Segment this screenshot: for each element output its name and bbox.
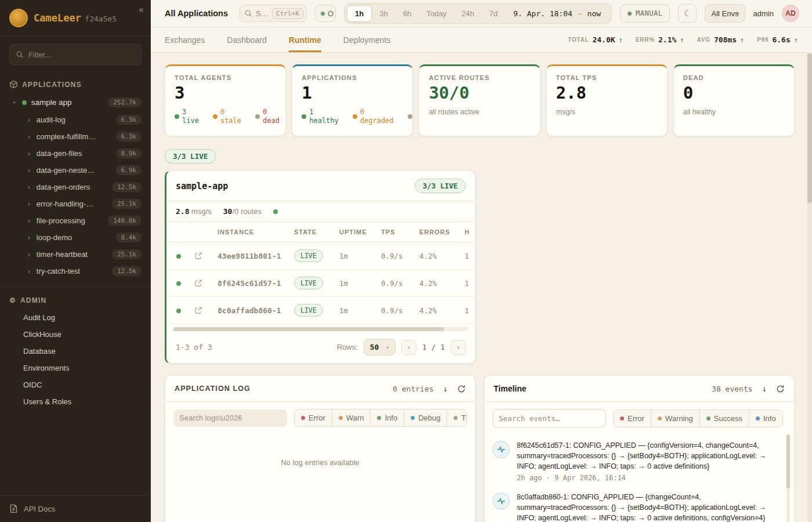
sidebar-item-audit-log[interactable]: Audit Log: [0, 309, 151, 326]
sidebar-item-users-roles[interactable]: Users & Roles: [0, 393, 151, 410]
sidebar-item-route[interactable]: ›data-gen-neste…6.9k: [0, 162, 151, 179]
card-subtitle: msg/s: [556, 108, 658, 116]
sidebar-filter[interactable]: [9, 44, 142, 65]
sidebar-item-sample-app[interactable]: › sample app 252.7k: [0, 93, 151, 111]
external-link-icon[interactable]: [194, 252, 211, 260]
filter-input[interactable]: [28, 50, 135, 59]
search-input[interactable]: [256, 9, 269, 18]
filter-info[interactable]: Info: [749, 410, 782, 427]
count-badge: 12.5k: [112, 266, 142, 276]
table-row[interactable]: 43ee9811b801-1 LIVE 1m 0.9/s 4.2% 1: [166, 242, 475, 270]
sidebar-item-oidc[interactable]: OIDC: [0, 376, 151, 393]
sidebar-item-route[interactable]: ›data-gen-orders12.5k: [0, 179, 151, 195]
count-badge: 140.8k: [108, 216, 142, 226]
chevron-right-icon: ›: [27, 133, 31, 140]
card-value: 30/0: [429, 84, 530, 103]
sidebar-item-route[interactable]: ›complex-fulfillm…6.3k: [0, 128, 151, 145]
chevron-down-icon[interactable]: ›: [11, 100, 19, 105]
applications-label: APPLICATIONS: [22, 81, 82, 89]
date-range-display[interactable]: 9. Apr. 18:04 — now: [505, 9, 609, 18]
cube-icon: [9, 80, 18, 89]
chevron-right-icon: ›: [27, 116, 31, 124]
tab-runtime[interactable]: Runtime: [289, 27, 321, 52]
sidebar-item-route[interactable]: ›timer-heartbeat25.1k: [0, 246, 151, 263]
refresh-icon[interactable]: [457, 385, 466, 393]
prev-page-button[interactable]: ‹: [401, 340, 416, 355]
filter-debug[interactable]: Debug: [404, 409, 447, 426]
filter-trace[interactable]: Trace: [447, 409, 467, 426]
sidebar-item-route[interactable]: ›audit-log6.3k: [0, 111, 151, 128]
sidebar-item-route[interactable]: ›data-gen-files8.9k: [0, 145, 151, 162]
rows-per-page-select[interactable]: 50▾: [364, 339, 396, 356]
dark-mode-toggle[interactable]: ☾: [678, 4, 697, 23]
global-search[interactable]: Ctrl+K: [240, 5, 307, 22]
events-count: 38 events: [712, 385, 752, 393]
range-today[interactable]: Today: [419, 6, 454, 21]
sidebar-item-clickhouse[interactable]: ClickHouse: [0, 326, 151, 343]
timeline-scrollbar[interactable]: [786, 434, 790, 522]
range-7d[interactable]: 7d: [482, 6, 505, 21]
sidebar-item-route[interactable]: ›loop-demo8.4k: [0, 229, 151, 246]
window-scrollbar[interactable]: [807, 53, 812, 522]
status-dot: [176, 254, 181, 259]
event-timestamp: 2h ago · 9 Apr 2026, 16:14: [517, 474, 780, 482]
count-badge: 252.7k: [108, 97, 142, 107]
filter-warn[interactable]: Warn: [332, 409, 371, 426]
download-icon[interactable]: ↓: [762, 384, 767, 393]
collapse-sidebar-icon[interactable]: «: [139, 5, 144, 15]
avatar[interactable]: AD: [782, 5, 799, 22]
download-icon[interactable]: ↓: [443, 384, 448, 393]
filter-error[interactable]: Error: [614, 410, 651, 427]
filter-success[interactable]: Success: [699, 410, 749, 427]
event-list[interactable]: 8f6245c61d57-1: CONFIG_APPLIED — {config…: [484, 434, 794, 522]
refresh-mode-button[interactable]: MANUAL: [620, 4, 670, 23]
tab-deployments[interactable]: Deployments: [343, 27, 391, 52]
sidebar-item-route[interactable]: ›file-processing140.8k: [0, 212, 151, 229]
col-uptime: UPTIME: [336, 222, 378, 242]
range-separator: —: [578, 9, 582, 18]
count-badge: 8.4k: [116, 233, 142, 242]
range-from: 9. Apr. 18:04: [513, 9, 572, 18]
api-docs-link[interactable]: API Docs: [0, 495, 151, 522]
route-label: file-processing: [37, 216, 85, 225]
sidebar-item-route[interactable]: ›error-handling-…25.1k: [0, 195, 151, 212]
sidebar-item-environments[interactable]: Environments: [0, 360, 151, 376]
connection-status-pill[interactable]: O: [315, 5, 336, 22]
tps-unit: msg/s: [191, 207, 212, 216]
sidebar-item-database[interactable]: Database: [0, 343, 151, 360]
next-page-button[interactable]: ›: [451, 340, 466, 355]
time-range-selector: 1h 3h 6h Today 24h 7d 9. Apr. 18:04 — no…: [344, 3, 612, 24]
status-dot: [213, 114, 217, 119]
range-1h[interactable]: 1h: [347, 5, 372, 22]
route-label: audit-log: [37, 115, 66, 124]
filter-error[interactable]: Error: [295, 409, 332, 426]
range-6h[interactable]: 6h: [396, 6, 419, 21]
substat-dead: 0dead: [255, 108, 280, 125]
stat-value: 708ms: [714, 35, 737, 44]
tab-exchanges[interactable]: Exchanges: [165, 27, 205, 52]
refresh-icon[interactable]: [776, 385, 785, 393]
status-label: O: [328, 9, 334, 18]
list-item[interactable]: 8c0affadb860-1: CONFIG_APPLIED — {change…: [491, 487, 781, 522]
external-link-icon[interactable]: [194, 306, 211, 314]
event-search-input[interactable]: [492, 409, 606, 427]
log-search-input[interactable]: [173, 409, 287, 427]
table-row[interactable]: 8c0affadb860-1 LIVE 1m 0.9/s 4.2% 1: [166, 297, 475, 324]
table-row[interactable]: 8f6245c61d57-1 LIVE 1m 0.9/s 4.2% 1: [166, 270, 475, 297]
count-badge: 6.3k: [116, 115, 142, 125]
tab-dashboard[interactable]: Dashboard: [227, 27, 267, 52]
environment-select[interactable]: All Envs ▾: [705, 4, 745, 23]
range-3h[interactable]: 3h: [372, 6, 395, 21]
sidebar-item-route[interactable]: ›try-catch-test12.5k: [0, 263, 151, 280]
filter-info[interactable]: Info: [370, 409, 404, 426]
trend-up-icon: ↑: [619, 36, 623, 44]
h-cell: 1: [461, 270, 475, 297]
horizontal-scrollbar[interactable]: [173, 327, 468, 331]
range-24h[interactable]: 24h: [454, 6, 482, 21]
list-item[interactable]: 8f6245c61d57-1: CONFIG_APPLIED — {config…: [491, 436, 781, 487]
chevron-right-icon: ›: [27, 150, 31, 157]
external-link-icon[interactable]: [194, 279, 211, 287]
app-title: CameLeer: [34, 12, 81, 24]
count-badge: 25.1k: [112, 249, 142, 259]
filter-warning[interactable]: Warning: [651, 410, 699, 427]
